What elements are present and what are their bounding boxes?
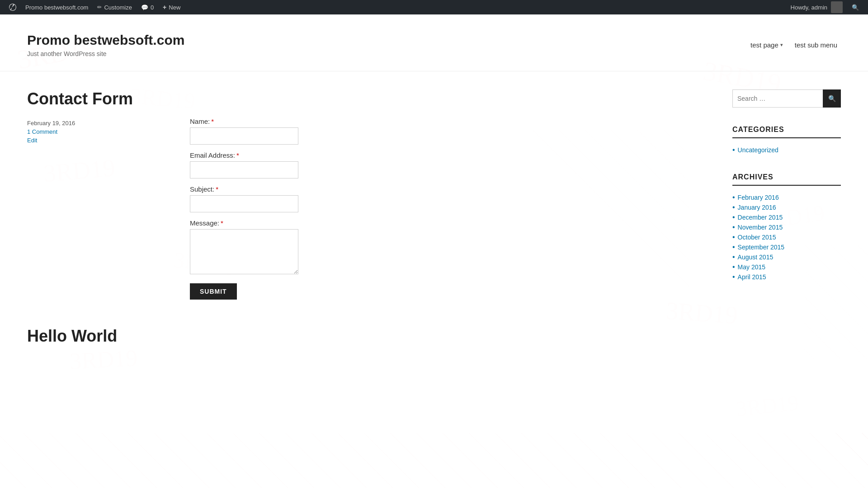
nav-test-page[interactable]: test page ▾ — [747, 39, 787, 51]
howdy-section: Howdy, admin — [786, 1, 847, 13]
list-item: April 2015 — [732, 272, 841, 282]
customize-label: Customize — [104, 4, 132, 11]
site-branding: Promo bestwebsoft.com Just another WordP… — [27, 33, 184, 57]
search-icon: 🔍 — [828, 95, 836, 102]
message-label-text: Message: — [190, 219, 219, 227]
email-label-text: Email Address: — [190, 151, 235, 159]
archive-link[interactable]: November 2015 — [738, 224, 783, 231]
post-contact-form: Contact Form February 19, 2016 1 Comment… — [27, 89, 714, 300]
post-title: Contact Form — [27, 89, 714, 108]
name-required-star: * — [211, 117, 214, 125]
email-input[interactable] — [190, 161, 298, 178]
submit-button[interactable]: SUBMIT — [190, 283, 237, 300]
site-navigation: test page ▾ test sub menu — [747, 39, 841, 51]
categories-list: Uncategorized — [732, 145, 841, 155]
search-button-adminbar[interactable]: 🔍 — [847, 0, 863, 14]
list-item: September 2015 — [732, 242, 841, 252]
comments-count: 0 — [151, 4, 154, 11]
archives-list: February 2016January 2016December 2015No… — [732, 192, 841, 282]
admin-bar: Promo bestwebsoft.com ✏ Customize 💬 0 + … — [0, 0, 868, 14]
archive-link[interactable]: August 2015 — [738, 253, 774, 261]
archive-link[interactable]: December 2015 — [738, 214, 783, 221]
categories-title: CATEGORIES — [732, 126, 841, 138]
archive-link[interactable]: September 2015 — [738, 244, 785, 251]
archive-link[interactable]: February 2016 — [738, 194, 779, 201]
edit-link[interactable]: Edit — [27, 137, 37, 144]
archives-widget: ARCHIVES February 2016January 2016Decemb… — [732, 173, 841, 282]
search-input[interactable] — [732, 89, 823, 108]
list-item: February 2016 — [732, 192, 841, 202]
list-item: Uncategorized — [732, 145, 841, 155]
subject-field-group: Subject:* — [190, 185, 714, 212]
chevron-down-icon: ▾ — [780, 42, 783, 48]
message-textarea[interactable] — [190, 229, 298, 274]
post-meta-left: February 19, 2016 1 Comment Edit — [27, 117, 99, 300]
comments-icon: 💬 — [141, 4, 148, 11]
list-item: October 2015 — [732, 232, 841, 242]
hello-world-title: Hello World — [27, 327, 714, 346]
wordpress-logo-button[interactable] — [5, 0, 21, 14]
search-widget: 🔍 — [732, 89, 841, 108]
howdy-text: Howdy, admin — [791, 4, 827, 11]
search-icon-adminbar: 🔍 — [852, 4, 859, 11]
post-date: February 19, 2016 — [27, 120, 99, 127]
site-header: Promo bestwebsoft.com Just another WordP… — [0, 14, 868, 71]
customize-icon: ✏ — [97, 4, 102, 10]
plus-icon: + — [163, 4, 166, 11]
post-inner: February 19, 2016 1 Comment Edit — [27, 117, 714, 300]
list-item: November 2015 — [732, 222, 841, 232]
main-content: Contact Form February 19, 2016 1 Comment… — [27, 89, 714, 415]
customize-button[interactable]: ✏ Customize — [93, 0, 136, 14]
new-label: New — [169, 4, 180, 11]
categories-widget: CATEGORIES Uncategorized — [732, 126, 841, 155]
email-field-group: Email Address:* — [190, 151, 714, 178]
name-label: Name:* — [190, 117, 714, 125]
email-label: Email Address:* — [190, 151, 714, 159]
nav-test-sub-menu[interactable]: test sub menu — [791, 39, 841, 51]
message-label: Message:* — [190, 219, 714, 227]
archive-link[interactable]: May 2015 — [738, 263, 765, 271]
post-comments: 1 Comment — [27, 128, 99, 135]
site-name-label: Promo bestwebsoft.com — [25, 4, 88, 11]
subject-label-text: Subject: — [190, 185, 214, 193]
subject-input[interactable] — [190, 195, 298, 212]
post-edit: Edit — [27, 137, 99, 144]
comments-button[interactable]: 💬 0 — [137, 0, 158, 14]
search-submit-button[interactable]: 🔍 — [823, 89, 841, 108]
contact-form: Name:* Email Address:* — [108, 117, 714, 300]
site-description: Just another WordPress site — [27, 50, 184, 57]
archive-link[interactable]: January 2016 — [738, 204, 776, 211]
email-required-star: * — [236, 151, 239, 159]
new-content-button[interactable]: + New — [158, 0, 185, 14]
site-name-button[interactable]: Promo bestwebsoft.com — [21, 0, 93, 14]
content-area: Contact Form February 19, 2016 1 Comment… — [0, 71, 868, 433]
archive-link[interactable]: April 2015 — [738, 273, 766, 281]
category-link-uncategorized[interactable]: Uncategorized — [738, 146, 778, 154]
nav-test-page-label: test page — [750, 41, 778, 49]
archives-title: ARCHIVES — [732, 173, 841, 186]
subject-label: Subject:* — [190, 185, 714, 193]
site-wrapper: Promo bestwebsoft.com Just another WordP… — [0, 14, 868, 488]
name-field-group: Name:* — [190, 117, 714, 145]
site-title-link[interactable]: Promo bestwebsoft.com — [27, 33, 184, 47]
post-body: Name:* Email Address:* — [108, 117, 714, 300]
archive-link[interactable]: October 2015 — [738, 234, 776, 241]
name-label-text: Name: — [190, 117, 210, 125]
list-item: December 2015 — [732, 212, 841, 222]
hello-world-section: Hello World — [27, 327, 714, 346]
nav-test-sub-menu-label: test sub menu — [795, 41, 837, 49]
sidebar: 🔍 CATEGORIES Uncategorized ARCHIVES Febr… — [732, 89, 841, 415]
subject-required-star: * — [216, 185, 218, 193]
list-item: August 2015 — [732, 252, 841, 262]
comments-link[interactable]: 1 Comment — [27, 128, 57, 135]
search-form: 🔍 — [732, 89, 841, 108]
list-item: January 2016 — [732, 202, 841, 212]
message-field-group: Message:* — [190, 219, 714, 274]
message-required-star: * — [221, 219, 223, 227]
name-input[interactable] — [190, 127, 298, 145]
admin-avatar — [831, 1, 843, 13]
list-item: May 2015 — [732, 262, 841, 272]
